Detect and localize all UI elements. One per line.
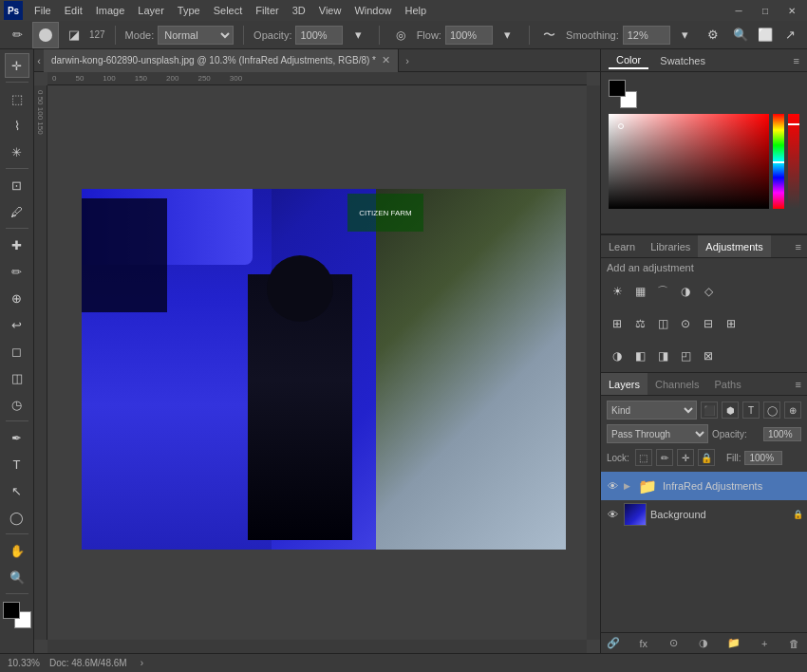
- black-white-icon[interactable]: ◫: [652, 313, 673, 334]
- threshold-icon[interactable]: ◨: [652, 345, 673, 366]
- blend-mode-select[interactable]: Pass Through: [607, 424, 708, 443]
- shape-filter-btn[interactable]: ◯: [763, 401, 780, 419]
- smoothing-settings-btn[interactable]: ⚙: [703, 24, 723, 47]
- foreground-color-swatch[interactable]: [609, 80, 626, 97]
- gradient-map-icon[interactable]: ◰: [675, 345, 696, 366]
- hue-slider[interactable]: [773, 114, 784, 209]
- color-lookup-icon[interactable]: ⊞: [721, 313, 741, 334]
- color-panel-menu[interactable]: ≡: [794, 55, 799, 66]
- lock-all-btn[interactable]: 🔒: [698, 449, 715, 466]
- hand-tool[interactable]: ✋: [5, 538, 29, 563]
- color-balance-icon[interactable]: ⚖: [629, 313, 650, 334]
- menu-file[interactable]: File: [28, 3, 57, 18]
- layer-effects-btn[interactable]: fx: [635, 635, 652, 652]
- search-btn[interactable]: 🔍: [729, 24, 752, 47]
- brightness-contrast-icon[interactable]: ☀: [607, 281, 628, 302]
- tab-close-btn[interactable]: ✕: [382, 54, 390, 66]
- photo-filter-icon[interactable]: ⊙: [675, 313, 696, 334]
- tab-paths[interactable]: Paths: [707, 373, 749, 395]
- vertical-scrollbar[interactable]: [587, 85, 600, 640]
- levels-icon[interactable]: ▦: [629, 281, 650, 302]
- flow-toggle-btn[interactable]: ▾: [497, 24, 519, 47]
- layer-visibility-infrared[interactable]: 👁: [605, 478, 620, 494]
- menu-type[interactable]: Type: [172, 3, 206, 18]
- pixel-filter-btn[interactable]: ⬛: [701, 401, 718, 419]
- menu-image[interactable]: Image: [90, 3, 131, 18]
- crop-tool[interactable]: ⊡: [5, 173, 29, 197]
- layer-expand-arrow[interactable]: ▶: [624, 481, 630, 491]
- add-group-btn[interactable]: 📁: [725, 635, 742, 652]
- dodge-tool[interactable]: ◷: [5, 392, 29, 417]
- tab-swatches[interactable]: Swatches: [652, 53, 713, 68]
- add-adjustment-btn[interactable]: ◑: [695, 635, 712, 652]
- gradient-tool[interactable]: ◫: [5, 365, 29, 390]
- tabs-left-arrow[interactable]: ‹: [34, 55, 44, 66]
- alpha-slider[interactable]: [788, 114, 799, 209]
- kind-select[interactable]: Kind: [607, 401, 697, 420]
- rectangle-select-tool[interactable]: ⬚: [5, 86, 29, 111]
- smoothing-input[interactable]: 12%: [623, 26, 670, 45]
- tab-layers[interactable]: Layers: [601, 373, 647, 395]
- type-filter-btn[interactable]: T: [742, 401, 760, 419]
- layer-visibility-background[interactable]: 👁: [605, 507, 620, 522]
- exposure-icon[interactable]: ◑: [675, 281, 696, 302]
- lock-pixels-btn[interactable]: ⬚: [635, 449, 652, 466]
- airbrush-btn[interactable]: ◎: [389, 24, 410, 47]
- mode-select[interactable]: Normal: [158, 26, 234, 45]
- flow-input[interactable]: 100%: [445, 26, 493, 45]
- magic-wand-tool[interactable]: ✳: [5, 140, 29, 164]
- frame-btn[interactable]: ⬜: [754, 24, 777, 47]
- smart-filter-btn[interactable]: ⊕: [784, 401, 801, 419]
- zoom-tool[interactable]: 🔍: [5, 565, 29, 589]
- adj-panel-menu[interactable]: ≡: [790, 235, 807, 257]
- menu-filter[interactable]: Filter: [250, 3, 284, 18]
- tab-color[interactable]: Color: [609, 52, 648, 69]
- smoothing-toggle-btn[interactable]: ▾: [674, 24, 697, 47]
- brush-tool[interactable]: ✏: [5, 259, 29, 284]
- minimize-button[interactable]: ─: [727, 0, 750, 22]
- opacity-toggle-btn[interactable]: ▾: [347, 24, 369, 47]
- lock-transform-btn[interactable]: ✛: [677, 449, 694, 466]
- maximize-button[interactable]: □: [754, 0, 777, 22]
- opacity-value[interactable]: 100%: [763, 427, 801, 441]
- posterize-icon[interactable]: ◧: [629, 345, 650, 366]
- invert-icon[interactable]: ◑: [607, 345, 628, 366]
- menu-view[interactable]: View: [313, 3, 347, 18]
- layer-background[interactable]: 👁 Background 🔒: [601, 500, 807, 529]
- layers-panel-menu[interactable]: ≡: [790, 379, 807, 390]
- opacity-input[interactable]: 100%: [295, 26, 343, 45]
- brush-tool-btn[interactable]: ✏: [6, 24, 28, 47]
- tab-adjustments[interactable]: Adjustments: [698, 235, 771, 257]
- shape-tool[interactable]: ◯: [5, 505, 29, 530]
- type-tool[interactable]: T: [5, 452, 29, 476]
- adjustment-filter-btn[interactable]: ⬢: [722, 401, 739, 419]
- tab-learn[interactable]: Learn: [601, 235, 643, 257]
- eraser-tool[interactable]: ◻: [5, 339, 29, 364]
- document-tab[interactable]: darwin-kong-602890-unsplash.jpg @ 10.3% …: [44, 49, 399, 72]
- move-tool[interactable]: ✛: [5, 53, 29, 78]
- vibrance-icon[interactable]: ◇: [698, 281, 719, 302]
- add-mask-btn[interactable]: ⊙: [666, 635, 683, 652]
- link-layers-btn[interactable]: 🔗: [605, 635, 622, 652]
- close-button[interactable]: ✕: [780, 0, 803, 22]
- color-gradient-picker[interactable]: [609, 114, 769, 209]
- menu-edit[interactable]: Edit: [59, 3, 88, 18]
- path-select-tool[interactable]: ↖: [5, 478, 29, 503]
- lasso-tool[interactable]: ⌇: [5, 113, 29, 138]
- menu-window[interactable]: Window: [348, 3, 397, 18]
- tabs-right-arrow[interactable]: ›: [403, 55, 412, 66]
- hue-saturation-icon[interactable]: ⊞: [607, 313, 628, 334]
- channel-mixer-icon[interactable]: ⊟: [698, 313, 719, 334]
- share-btn[interactable]: ↗: [779, 24, 801, 47]
- curves-icon[interactable]: ⌒: [652, 281, 673, 302]
- brush-hardness-btn[interactable]: ◪: [63, 24, 85, 47]
- history-brush-tool[interactable]: ↩: [5, 312, 29, 337]
- new-layer-btn[interactable]: +: [756, 635, 773, 652]
- tab-libraries[interactable]: Libraries: [643, 235, 698, 257]
- healing-brush-tool[interactable]: ✚: [5, 233, 29, 257]
- horizontal-scrollbar[interactable]: [47, 640, 587, 653]
- status-arrow-btn[interactable]: ›: [141, 658, 143, 668]
- clone-stamp-tool[interactable]: ⊕: [5, 286, 29, 310]
- selective-color-icon[interactable]: ⊠: [698, 345, 719, 366]
- smoothing-icon[interactable]: 〜: [539, 24, 560, 47]
